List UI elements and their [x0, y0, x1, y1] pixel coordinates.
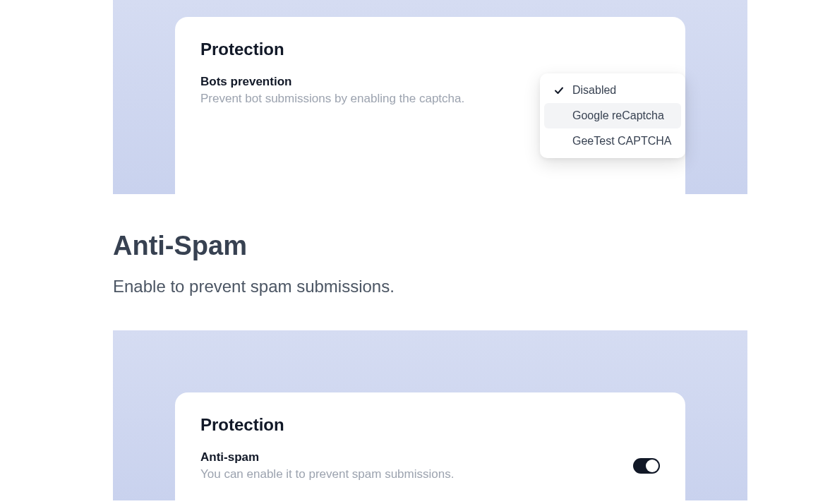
protection-panel-antispam: Protection Anti-spam You can enable it t…	[113, 330, 747, 500]
dropdown-item-label: Google reCaptcha	[572, 109, 673, 122]
card-title: Protection	[200, 40, 660, 59]
setting-label: Anti-spam	[200, 450, 633, 464]
setting-description: You can enable it to prevent spam submis…	[200, 467, 633, 481]
check-icon	[553, 84, 565, 97]
toggle-knob	[646, 460, 658, 472]
bots-prevention-dropdown[interactable]: Disabled Google reCaptcha GeeTest CAPTCH…	[540, 73, 685, 158]
dropdown-item-recaptcha[interactable]: Google reCaptcha	[544, 103, 681, 128]
card-title: Protection	[200, 415, 660, 435]
dropdown-item-geetest[interactable]: GeeTest CAPTCHA	[544, 128, 681, 154]
dropdown-item-label: Disabled	[572, 84, 673, 97]
protection-card-antispam: Protection Anti-spam You can enable it t…	[175, 392, 685, 500]
section-subtitle: Enable to prevent spam submissions.	[113, 277, 818, 296]
setting-text-block: Anti-spam You can enable it to prevent s…	[200, 450, 633, 481]
protection-panel-bots: Protection Bots prevention Prevent bot s…	[113, 0, 747, 194]
toggle-wrap	[633, 450, 660, 481]
dropdown-item-label: GeeTest CAPTCHA	[572, 135, 673, 148]
dropdown-item-disabled[interactable]: Disabled	[544, 78, 681, 103]
section-heading: Anti-Spam	[113, 231, 818, 261]
setting-row-antispam: Anti-spam You can enable it to prevent s…	[200, 450, 660, 481]
antispam-toggle[interactable]	[633, 458, 660, 474]
protection-card-bots: Protection Bots prevention Prevent bot s…	[175, 17, 685, 194]
page-root: Protection Bots prevention Prevent bot s…	[0, 0, 818, 500]
